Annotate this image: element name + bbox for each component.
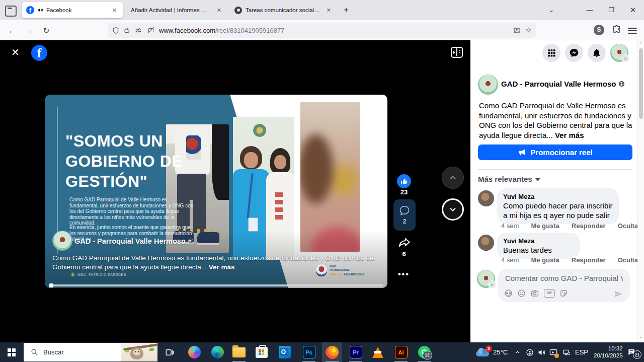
avatar-sticker-icon[interactable] — [504, 289, 513, 298]
firefox-view-icon[interactable] — [5, 6, 17, 17]
taskbar-search[interactable]: Buscar — [24, 343, 157, 361]
commenter-avatar[interactable] — [478, 235, 494, 251]
photoshop-button[interactable]: Ps — [299, 342, 319, 362]
tab-facebook[interactable]: f Facebook ✕ — [22, 2, 123, 18]
language-indicator[interactable]: ESP — [575, 342, 588, 362]
page-name[interactable]: GAD - Parroquial Valle Hermoso — [501, 80, 625, 88]
bookmark-star-icon[interactable]: ☆ — [525, 26, 532, 35]
illustrator-button[interactable]: Ai — [391, 342, 411, 362]
scroll-up-icon[interactable]: ⌃ — [638, 42, 643, 47]
emoji-icon[interactable] — [517, 289, 526, 298]
send-comment-icon[interactable] — [614, 290, 623, 298]
menu-hamburger-icon[interactable] — [628, 26, 637, 33]
weather-tray-item[interactable]: 2 25°C — [476, 342, 508, 362]
window-restore-button[interactable]: ❐ — [602, 0, 620, 20]
lock-icon[interactable] — [124, 27, 130, 34]
copilot-button[interactable] — [184, 342, 204, 362]
comment-bubble[interactable]: Yuvi Meza Como puedo hacer para inscribi… — [497, 188, 619, 224]
like-button[interactable] — [397, 174, 411, 188]
page-avatar[interactable] — [53, 231, 72, 250]
vlc-button[interactable] — [368, 342, 388, 362]
sidebar-scrollbar[interactable]: ⌃ ⌄ — [637, 40, 644, 342]
microsoft-store-button[interactable] — [252, 342, 272, 362]
window-close-button[interactable]: ✕ — [624, 0, 642, 20]
firefox-button[interactable] — [322, 342, 342, 362]
profile-avatar[interactable]: ⌄ — [610, 44, 628, 62]
see-more-link[interactable]: Ver más — [555, 131, 584, 139]
reload-button[interactable]: ↻ — [39, 24, 53, 37]
fullscreen-toggle-icon[interactable] — [451, 47, 463, 58]
facebook-logo[interactable]: f — [31, 45, 47, 61]
notification-center-button[interactable]: 21 — [627, 342, 641, 362]
scrollbar-thumb[interactable] — [639, 48, 643, 119]
weather-alert-badge: 2 — [486, 345, 492, 352]
file-explorer-button[interactable] — [229, 342, 249, 362]
composer-avatar[interactable]: ⌄ — [477, 270, 495, 288]
comment-reply-link[interactable]: Responder — [572, 256, 606, 264]
sticker-icon[interactable] — [559, 289, 568, 298]
network-tray-button[interactable] — [562, 342, 571, 362]
promote-reel-button[interactable]: Promocionar reel — [478, 144, 632, 160]
volume-tray-button[interactable] — [537, 342, 546, 362]
reel-video[interactable]: "SOMOS UN GOBIERNO DE GESTIÓN" Como GAD … — [45, 95, 387, 288]
tab-informes[interactable]: Añadir Actividad | Informes Mensua ✕ — [127, 2, 227, 18]
tab-close-icon[interactable]: ✕ — [215, 6, 223, 15]
shield-icon[interactable] — [112, 27, 119, 34]
next-reel-button[interactable] — [442, 198, 464, 221]
notifications-button[interactable] — [588, 44, 606, 62]
comment-author[interactable]: Yuvi Meza — [503, 237, 574, 245]
extension-s-badge[interactable]: S — [594, 25, 604, 35]
save-to-pocket-icon[interactable] — [513, 27, 521, 34]
start-button[interactable] — [0, 342, 23, 362]
more-options-icon[interactable]: ••• — [398, 270, 410, 279]
tab-close-icon[interactable]: ✕ — [110, 6, 119, 15]
premiere-button[interactable]: Pr — [346, 342, 366, 362]
outlook-button[interactable] — [275, 342, 295, 362]
commenter-avatar[interactable] — [478, 190, 494, 206]
permissions-icon[interactable] — [134, 27, 142, 34]
comment-bubble[interactable]: Yuvi Meza Buenas tardes — [497, 233, 580, 259]
snip-tray-button[interactable] — [549, 342, 558, 362]
edge-button[interactable] — [207, 342, 227, 362]
tab-tareas[interactable]: Tareas comunicador social GAD ✕ — [230, 2, 337, 18]
clock-tray-item[interactable]: 10:3220/10/2025 — [594, 342, 623, 362]
composer-placeholder[interactable]: Comentar como GAD - Parroquial Vall... — [505, 274, 623, 282]
whatsapp-button[interactable]: 12 — [414, 342, 434, 362]
back-button[interactable]: ← — [5, 24, 19, 37]
extensions-puzzle-icon[interactable] — [612, 25, 621, 34]
tab-close-icon[interactable]: ✕ — [325, 6, 333, 15]
video-progress-handle[interactable] — [49, 283, 53, 287]
scroll-down-icon[interactable]: ⌄ — [638, 334, 643, 339]
tray-expand-button[interactable] — [514, 342, 521, 362]
comment-time[interactable]: 4 sem — [501, 256, 519, 264]
comment-composer[interactable]: Comentar como GAD - Parroquial Vall... G… — [498, 269, 630, 302]
comment-like-link[interactable]: Me gusta — [531, 222, 559, 230]
forward-button[interactable]: → — [22, 24, 36, 37]
apps-menu-button[interactable] — [542, 44, 560, 62]
see-more-link[interactable]: Ver más — [209, 263, 235, 271]
close-reel-icon[interactable]: ✕ — [11, 47, 20, 57]
task-view-button[interactable] — [159, 342, 180, 362]
teams-tray-button[interactable] — [526, 342, 534, 362]
url-text[interactable]: www.facebook.com/reel/831041905916877 — [159, 27, 508, 34]
autoplay-blocked-icon[interactable] — [147, 27, 155, 34]
comment-reply-link[interactable]: Responder — [572, 222, 606, 230]
window-minimize-button[interactable]: — — [581, 0, 599, 20]
comment-sort-dropdown[interactable]: Más relevantes — [478, 175, 540, 183]
comment-like-link[interactable]: Me gusta — [531, 256, 559, 264]
share-arrow-icon[interactable] — [397, 236, 412, 249]
comment-time[interactable]: 4 sem — [501, 222, 519, 230]
tab-overflow-icon[interactable]: ⌄ — [542, 0, 560, 20]
comment-button[interactable]: 2 — [393, 199, 416, 231]
camera-icon[interactable] — [530, 289, 539, 298]
previous-reel-button[interactable] — [442, 167, 464, 189]
comment-author[interactable]: Yuvi Meza — [503, 192, 613, 201]
page-name-overlay[interactable]: GAD - Parroquial Valle Hermoso — [74, 237, 194, 245]
address-bar[interactable]: www.facebook.com/reel/831041905916877 ☆ — [108, 23, 536, 38]
new-tab-button[interactable]: + — [340, 4, 352, 16]
page-avatar[interactable] — [478, 75, 498, 95]
gif-icon[interactable]: GIF — [544, 289, 555, 298]
messenger-button[interactable] — [565, 44, 583, 62]
tab-audio-icon[interactable] — [37, 7, 43, 13]
video-progress-bar[interactable] — [49, 284, 383, 286]
